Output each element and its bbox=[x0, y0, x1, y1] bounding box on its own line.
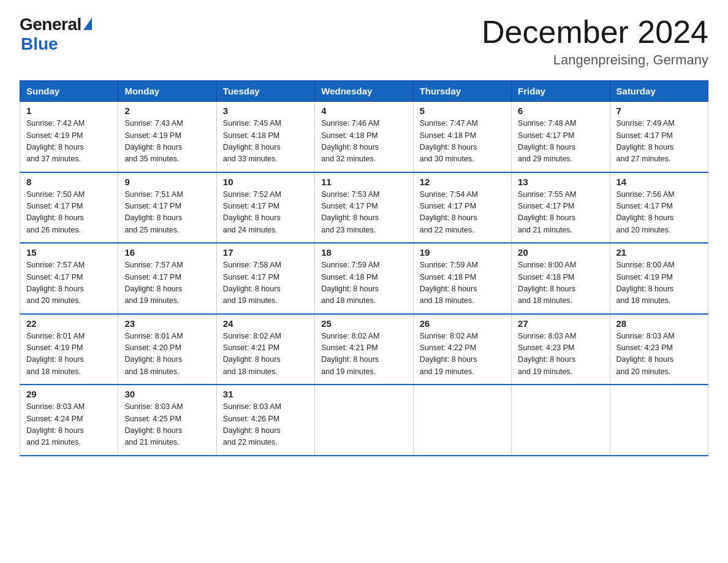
day-number: 17 bbox=[223, 247, 308, 258]
day-info: Sunrise: 7:45 AM Sunset: 4:18 PM Dayligh… bbox=[223, 118, 308, 166]
day-info: Sunrise: 8:02 AM Sunset: 4:22 PM Dayligh… bbox=[420, 331, 505, 378]
calendar-cell: 30 Sunrise: 8:03 AM Sunset: 4:25 PM Dayl… bbox=[118, 385, 216, 456]
day-number: 12 bbox=[420, 177, 505, 187]
day-number: 22 bbox=[26, 318, 112, 329]
day-number: 18 bbox=[321, 247, 406, 258]
logo-triangle-icon bbox=[83, 18, 92, 30]
day-number: 19 bbox=[420, 247, 505, 258]
day-info: Sunrise: 8:03 AM Sunset: 4:26 PM Dayligh… bbox=[223, 401, 308, 449]
day-number: 3 bbox=[223, 105, 308, 116]
day-number: 14 bbox=[616, 177, 702, 187]
day-info: Sunrise: 8:01 AM Sunset: 4:19 PM Dayligh… bbox=[26, 331, 112, 378]
calendar-cell: 6 Sunrise: 7:48 AM Sunset: 4:17 PM Dayli… bbox=[512, 102, 610, 172]
calendar-cell: 1 Sunrise: 7:42 AM Sunset: 4:19 PM Dayli… bbox=[20, 102, 118, 172]
calendar-cell: 23 Sunrise: 8:01 AM Sunset: 4:20 PM Dayl… bbox=[118, 314, 216, 385]
header-friday: Friday bbox=[512, 81, 610, 102]
day-number: 31 bbox=[223, 389, 308, 399]
calendar-cell: 8 Sunrise: 7:50 AM Sunset: 4:17 PM Dayli… bbox=[20, 172, 118, 243]
day-info: Sunrise: 7:46 AM Sunset: 4:18 PM Dayligh… bbox=[321, 118, 406, 166]
day-number: 15 bbox=[26, 247, 112, 258]
day-number: 7 bbox=[616, 105, 702, 116]
day-info: Sunrise: 7:56 AM Sunset: 4:17 PM Dayligh… bbox=[616, 189, 702, 237]
day-info: Sunrise: 8:03 AM Sunset: 4:25 PM Dayligh… bbox=[124, 401, 210, 449]
calendar-cell bbox=[610, 385, 708, 456]
logo: General Blue bbox=[20, 15, 92, 54]
calendar-cell: 16 Sunrise: 7:57 AM Sunset: 4:17 PM Dayl… bbox=[118, 243, 216, 314]
day-info: Sunrise: 7:50 AM Sunset: 4:17 PM Dayligh… bbox=[26, 189, 112, 237]
header-sunday: Sunday bbox=[20, 81, 118, 102]
day-number: 28 bbox=[616, 318, 702, 329]
day-info: Sunrise: 7:48 AM Sunset: 4:17 PM Dayligh… bbox=[518, 118, 603, 166]
day-number: 29 bbox=[26, 389, 112, 399]
title-block: December 2024 Langenpreising, Germany bbox=[482, 15, 708, 68]
day-info: Sunrise: 8:00 AM Sunset: 4:18 PM Dayligh… bbox=[518, 259, 603, 307]
day-info: Sunrise: 7:58 AM Sunset: 4:17 PM Dayligh… bbox=[223, 259, 308, 307]
day-number: 1 bbox=[26, 105, 112, 116]
day-info: Sunrise: 7:42 AM Sunset: 4:19 PM Dayligh… bbox=[26, 118, 112, 166]
calendar-cell: 2 Sunrise: 7:43 AM Sunset: 4:19 PM Dayli… bbox=[118, 102, 216, 172]
calendar-cell: 17 Sunrise: 7:58 AM Sunset: 4:17 PM Dayl… bbox=[216, 243, 314, 314]
week-row-1: 1 Sunrise: 7:42 AM Sunset: 4:19 PM Dayli… bbox=[20, 102, 708, 172]
day-number: 13 bbox=[518, 177, 603, 187]
day-info: Sunrise: 8:01 AM Sunset: 4:20 PM Dayligh… bbox=[124, 331, 210, 378]
day-number: 21 bbox=[616, 247, 702, 258]
day-number: 23 bbox=[124, 318, 210, 329]
day-info: Sunrise: 7:53 AM Sunset: 4:17 PM Dayligh… bbox=[321, 189, 406, 237]
day-info: Sunrise: 8:03 AM Sunset: 4:24 PM Dayligh… bbox=[26, 401, 112, 449]
day-info: Sunrise: 8:02 AM Sunset: 4:21 PM Dayligh… bbox=[321, 331, 406, 378]
day-info: Sunrise: 8:00 AM Sunset: 4:19 PM Dayligh… bbox=[616, 259, 702, 307]
header-monday: Monday bbox=[118, 81, 216, 102]
calendar-cell: 7 Sunrise: 7:49 AM Sunset: 4:17 PM Dayli… bbox=[610, 102, 708, 172]
day-info: Sunrise: 7:59 AM Sunset: 4:18 PM Dayligh… bbox=[321, 259, 406, 307]
day-info: Sunrise: 7:55 AM Sunset: 4:17 PM Dayligh… bbox=[518, 189, 603, 237]
day-info: Sunrise: 7:54 AM Sunset: 4:17 PM Dayligh… bbox=[420, 189, 505, 237]
calendar-cell: 4 Sunrise: 7:46 AM Sunset: 4:18 PM Dayli… bbox=[315, 102, 413, 172]
calendar-cell: 5 Sunrise: 7:47 AM Sunset: 4:18 PM Dayli… bbox=[413, 102, 511, 172]
calendar-cell: 24 Sunrise: 8:02 AM Sunset: 4:21 PM Dayl… bbox=[216, 314, 314, 385]
day-info: Sunrise: 7:47 AM Sunset: 4:18 PM Dayligh… bbox=[420, 118, 505, 166]
day-info: Sunrise: 8:03 AM Sunset: 4:23 PM Dayligh… bbox=[616, 331, 702, 378]
day-number: 27 bbox=[518, 318, 603, 329]
day-info: Sunrise: 7:57 AM Sunset: 4:17 PM Dayligh… bbox=[26, 259, 112, 307]
week-row-4: 22 Sunrise: 8:01 AM Sunset: 4:19 PM Dayl… bbox=[20, 314, 708, 385]
day-number: 5 bbox=[420, 105, 505, 116]
day-number: 10 bbox=[223, 177, 308, 187]
day-info: Sunrise: 7:59 AM Sunset: 4:18 PM Dayligh… bbox=[420, 259, 505, 307]
header-tuesday: Tuesday bbox=[216, 81, 314, 102]
day-number: 26 bbox=[420, 318, 505, 329]
header-wednesday: Wednesday bbox=[315, 81, 413, 102]
day-number: 6 bbox=[518, 105, 603, 116]
day-info: Sunrise: 7:57 AM Sunset: 4:17 PM Dayligh… bbox=[124, 259, 210, 307]
day-info: Sunrise: 7:43 AM Sunset: 4:19 PM Dayligh… bbox=[124, 118, 210, 166]
day-number: 4 bbox=[321, 105, 406, 116]
day-info: Sunrise: 8:02 AM Sunset: 4:21 PM Dayligh… bbox=[223, 331, 308, 378]
calendar-cell: 20 Sunrise: 8:00 AM Sunset: 4:18 PM Dayl… bbox=[512, 243, 610, 314]
header-row: SundayMondayTuesdayWednesdayThursdayFrid… bbox=[20, 81, 708, 102]
day-number: 9 bbox=[124, 177, 210, 187]
calendar-cell: 25 Sunrise: 8:02 AM Sunset: 4:21 PM Dayl… bbox=[315, 314, 413, 385]
logo-blue-text: Blue bbox=[21, 34, 58, 54]
calendar-cell: 28 Sunrise: 8:03 AM Sunset: 4:23 PM Dayl… bbox=[610, 314, 708, 385]
week-row-3: 15 Sunrise: 7:57 AM Sunset: 4:17 PM Dayl… bbox=[20, 243, 708, 314]
calendar-cell: 9 Sunrise: 7:51 AM Sunset: 4:17 PM Dayli… bbox=[118, 172, 216, 243]
calendar-cell: 21 Sunrise: 8:00 AM Sunset: 4:19 PM Dayl… bbox=[610, 243, 708, 314]
month-year-title: December 2024 bbox=[482, 15, 708, 50]
logo-general-text: General bbox=[20, 15, 82, 34]
calendar-cell: 10 Sunrise: 7:52 AM Sunset: 4:17 PM Dayl… bbox=[216, 172, 314, 243]
week-row-2: 8 Sunrise: 7:50 AM Sunset: 4:17 PM Dayli… bbox=[20, 172, 708, 243]
calendar-cell: 29 Sunrise: 8:03 AM Sunset: 4:24 PM Dayl… bbox=[20, 385, 118, 456]
day-info: Sunrise: 7:52 AM Sunset: 4:17 PM Dayligh… bbox=[223, 189, 308, 237]
calendar-table: SundayMondayTuesdayWednesdayThursdayFrid… bbox=[20, 80, 708, 456]
day-number: 16 bbox=[124, 247, 210, 258]
day-number: 2 bbox=[124, 105, 210, 116]
day-number: 24 bbox=[223, 318, 308, 329]
calendar-cell: 26 Sunrise: 8:02 AM Sunset: 4:22 PM Dayl… bbox=[413, 314, 511, 385]
calendar-cell: 11 Sunrise: 7:53 AM Sunset: 4:17 PM Dayl… bbox=[315, 172, 413, 243]
header-saturday: Saturday bbox=[610, 81, 708, 102]
day-number: 20 bbox=[518, 247, 603, 258]
calendar-cell: 27 Sunrise: 8:03 AM Sunset: 4:23 PM Dayl… bbox=[512, 314, 610, 385]
location-subtitle: Langenpreising, Germany bbox=[482, 52, 708, 68]
calendar-cell: 31 Sunrise: 8:03 AM Sunset: 4:26 PM Dayl… bbox=[216, 385, 314, 456]
day-info: Sunrise: 8:03 AM Sunset: 4:23 PM Dayligh… bbox=[518, 331, 603, 378]
calendar-body: 1 Sunrise: 7:42 AM Sunset: 4:19 PM Dayli… bbox=[20, 102, 708, 456]
